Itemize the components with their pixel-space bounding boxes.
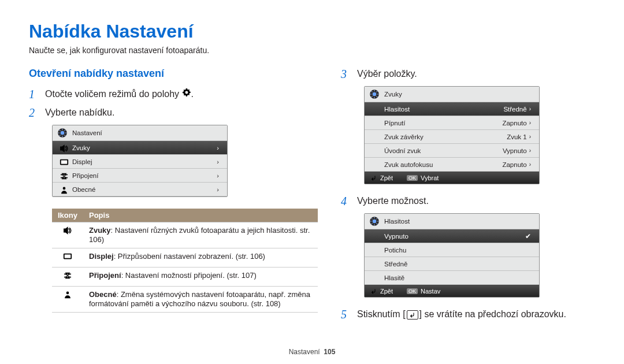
panel1-title: Nastavení (72, 129, 102, 136)
row-zvuk-autofokusu[interactable]: Zvuk autofokusuZapnuto› (365, 158, 539, 172)
footer-ok[interactable]: OKVybrat (407, 174, 439, 181)
gear-icon (182, 89, 191, 99)
row-uvodni-zvuk[interactable]: Úvodní zvukVypnuto› (365, 144, 539, 158)
footer-back[interactable]: Zpět (370, 174, 393, 181)
step-number: 3 (341, 68, 350, 80)
menu-row-obecne[interactable]: Obecné › (53, 183, 227, 196)
row-hlasitost[interactable]: HlasitostStředně› (365, 102, 539, 116)
step-number: 5 (341, 308, 350, 321)
th-desc: Popis (83, 209, 318, 222)
menu-row-zvuky[interactable]: Zvuky › (53, 141, 227, 155)
dial-icon (369, 89, 380, 99)
panel3-title: Hlasitost (384, 218, 410, 225)
display-icon (60, 158, 68, 166)
step-5: Stisknutím [] se vrátíte na předchozí ob… (357, 308, 595, 321)
dial-icon (57, 128, 68, 138)
sound-icon (52, 222, 83, 248)
intro-text: Naučte se, jak konfigurovat nastavení fo… (29, 46, 595, 55)
connection-icon (60, 172, 68, 180)
return-icon (407, 310, 418, 320)
step-1: Otočte voličem režimů do polohy . (45, 88, 318, 101)
settings-menu-panel: Nastavení Zvuky › Displej › Připojení › … (52, 125, 228, 197)
opt-hlasite[interactable]: Hlasitě (365, 271, 539, 285)
icon-description-table: Ikony Popis Zvuky: Nastavení různých zvu… (52, 209, 318, 313)
sound-icon (60, 144, 68, 152)
connection-icon (52, 268, 83, 287)
page-title: Nabídka Nastavení (29, 21, 595, 42)
opt-stredne[interactable]: Středně (365, 257, 539, 271)
step-number: 1 (29, 88, 38, 101)
desc-zvuky: Zvuky: Nastavení různých zvuků fotoapará… (83, 222, 318, 248)
volume-panel: Hlasitost Vypnuto✔ Potichu Středně Hlasi… (364, 213, 540, 298)
desc-displej: Displej: Přizpůsobení nastavení zobrazen… (83, 248, 318, 268)
step-2: Vyberte nabídku. (45, 106, 318, 119)
menu-row-pripojeni[interactable]: Připojení › (53, 169, 227, 183)
display-icon (52, 248, 83, 268)
desc-obecne: Obecné: Změna systémových nastavení foto… (83, 287, 318, 313)
step-number: 2 (29, 106, 38, 119)
section-heading: Otevření nabídky nastavení (29, 68, 318, 80)
row-zvuk-zaverky[interactable]: Zvuk závěrkyZvuk 1› (365, 130, 539, 144)
row-pipnuti[interactable]: PípnutíZapnuto› (365, 116, 539, 130)
footer-back[interactable]: Zpět (370, 288, 393, 295)
menu-row-displej[interactable]: Displej › (53, 155, 227, 169)
opt-potichu[interactable]: Potichu (365, 243, 539, 257)
opt-vypnuto[interactable]: Vypnuto✔ (365, 229, 539, 243)
step-4: Vyberte možnost. (357, 195, 595, 207)
footer-ok[interactable]: OKNastav (407, 288, 440, 295)
dial-icon (369, 216, 380, 226)
step-number: 4 (341, 195, 350, 207)
step-3: Výběr položky. (357, 68, 595, 80)
th-icons: Ikony (52, 209, 83, 222)
general-icon (52, 287, 83, 313)
sounds-panel: Zvuky HlasitostStředně› PípnutíZapnuto› … (364, 86, 540, 184)
general-icon (60, 185, 68, 194)
panel2-title: Zvuky (384, 91, 402, 98)
page-footer: Nastavení 105 (0, 348, 624, 356)
desc-pripojeni: Připojení: Nastavení možností připojení.… (83, 268, 318, 287)
check-icon: ✔ (525, 232, 531, 240)
